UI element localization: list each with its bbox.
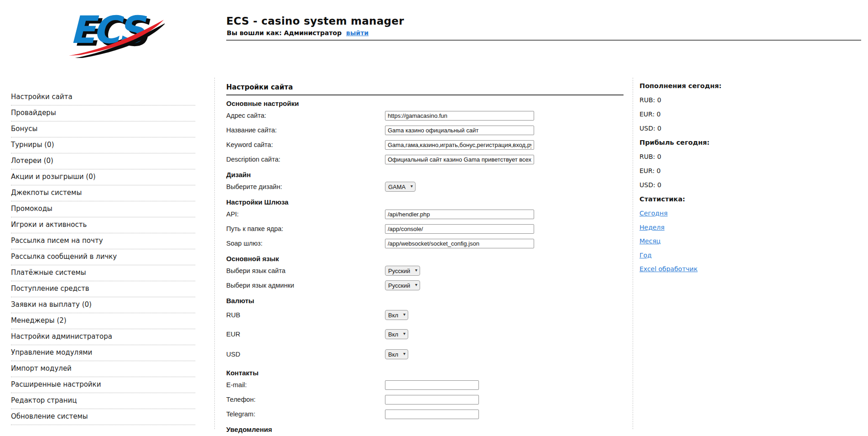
admin-language-select[interactable]: Русский [385, 280, 420, 290]
panel-heading: Настройки сайта [226, 83, 624, 91]
sidebar-item[interactable]: Бонусы [11, 121, 195, 137]
api-row: API: [226, 207, 624, 221]
stats-link-row: Год [639, 252, 785, 266]
sidebar-item[interactable]: Рассылка писем на почту [11, 233, 195, 249]
page-title: ECS - casino system manager [226, 15, 404, 27]
statistics-title: Статистика: [639, 195, 785, 210]
field-label: RUB [226, 311, 385, 319]
design-select[interactable]: GAMA [385, 182, 416, 192]
currency-amount: USD: 0 [639, 125, 785, 139]
sidebar-item[interactable]: Турниры (0) [11, 137, 195, 153]
site-keywords-row: Keyword сайта: [226, 137, 624, 152]
section-currencies: Валюты [226, 297, 624, 305]
email-row: E-mail: [226, 378, 624, 392]
core-path-input[interactable] [385, 224, 534, 234]
currency-amount: EUR: 0 [639, 110, 785, 125]
site-lang-row: Выбери язык сайта Русский ▾ [226, 263, 624, 278]
main-menu-list: Настройки сайта Провайдеры Бонусы Турнир… [11, 89, 195, 425]
login-status-text: Вы вошли как: Администратор [227, 29, 342, 37]
profit-today-title: Прибыль сегодня: [639, 139, 785, 153]
site-keywords-input[interactable] [385, 140, 534, 150]
section-contacts: Контакты [226, 369, 624, 378]
panel-divider [226, 95, 624, 95]
core-path-row: Путь к папке ядра: [226, 221, 624, 236]
sidebar-item[interactable]: Поступление средств [11, 281, 195, 297]
field-label: Telegram: [226, 410, 385, 418]
svg-text:ECS: ECS [70, 8, 147, 52]
design-row: Выберите дизайн: GAMA ▾ [226, 179, 624, 194]
sidebar-item[interactable]: Менеджеры (2) [11, 313, 195, 329]
stats-link[interactable]: Excel обработчик [639, 265, 697, 273]
deposit-notify-row: При пополнение счета: [226, 434, 624, 436]
email-input[interactable] [385, 380, 479, 390]
header-divider [226, 40, 861, 41]
main-menu: Настройки сайта Провайдеры Бонусы Турнир… [11, 89, 195, 425]
site-name-input[interactable] [385, 126, 534, 135]
eur-toggle-select[interactable]: Вкл [385, 329, 408, 339]
field-label: Soap шлюз: [226, 240, 385, 247]
field-label: EUR [226, 331, 385, 338]
eur-row: EUR Вкл ▾ [226, 325, 624, 344]
soap-input[interactable] [385, 239, 534, 248]
sidebar-item[interactable]: Рассылка сообщений в личку [11, 249, 195, 265]
sidebar-item[interactable]: Импорт модулей [11, 361, 195, 377]
soap-row: Soap шлюз: [226, 236, 624, 251]
sidebar-item[interactable]: Джекпоты системы [11, 185, 195, 201]
section-language: Основной язык [226, 255, 624, 263]
sidebar-item[interactable]: Обновление системы [11, 409, 195, 425]
stats-sidebar: Пополнения сегодня: RUB: 0EUR: 0USD: 0 П… [639, 82, 785, 279]
telegram-input[interactable] [385, 410, 479, 419]
sidebar-item[interactable]: Платёжные системы [11, 265, 195, 281]
section-notifications: Уведомления [226, 425, 624, 434]
currency-amount: EUR: 0 [639, 167, 785, 181]
sidebar-item[interactable]: Заявки на выплату (0) [11, 297, 195, 313]
stats-link-row: Excel обработчик [639, 265, 785, 279]
sidebar-item[interactable]: Промокоды [11, 201, 195, 217]
deposits-list: RUB: 0EUR: 0USD: 0 [639, 96, 785, 139]
stats-link-row: Сегодня [639, 210, 785, 224]
sidebar-item[interactable]: Лотереи (0) [11, 153, 195, 169]
sidebar-item[interactable]: Настройки администратора [11, 329, 195, 345]
sidebar-item[interactable]: Настройки сайта [11, 89, 195, 105]
sidebar-item[interactable]: Управление модулями [11, 345, 195, 361]
sidebar-item[interactable]: Расширенные настройки [11, 377, 195, 393]
stats-link-row: Неделя [639, 224, 785, 238]
site-settings-panel: Настройки сайта Основные настройки Адрес… [214, 78, 633, 429]
sidebar-item[interactable]: Игроки и активность [11, 217, 195, 233]
stats-link[interactable]: Месяц [639, 237, 660, 245]
field-label: E-mail: [226, 381, 385, 389]
site-description-input[interactable] [385, 155, 534, 164]
field-label: Выбери язык сайта [226, 267, 385, 274]
site-description-row: Description сайта: [226, 152, 624, 167]
stats-link[interactable]: Неделя [639, 224, 665, 231]
currency-amount: RUB: 0 [639, 153, 785, 167]
sidebar-item[interactable]: Провайдеры [11, 105, 195, 121]
stats-link[interactable]: Сегодня [639, 210, 668, 217]
login-status: Вы вошли как: Администратор выйти [227, 29, 369, 37]
site-language-select[interactable]: Русский [385, 266, 420, 276]
phone-input[interactable] [385, 395, 479, 404]
section-design: Дизайн [226, 171, 624, 179]
sidebar-item[interactable]: Редактор страниц [11, 393, 195, 409]
field-label: Keyword сайта: [226, 141, 385, 148]
usd-toggle-select[interactable]: Вкл [385, 349, 408, 359]
site-name-row: Название сайта: [226, 123, 624, 137]
usd-row: USD Вкл ▾ [226, 344, 624, 365]
phone-row: Телефон: [226, 392, 624, 407]
deposits-today-title: Пополнения сегодня: [639, 82, 785, 96]
statistics-links: Сегодня Неделя Месяц Год Excel обработчи… [639, 210, 785, 279]
profit-list: RUB: 0EUR: 0USD: 0 [639, 153, 785, 195]
ecs-logo-graphic: ECS ECS [62, 5, 165, 58]
site-url-row: Адрес сайта: [226, 108, 624, 123]
sidebar-item[interactable]: Акции и розыгрыши (0) [11, 169, 195, 185]
logout-link[interactable]: выйти [346, 29, 369, 37]
currency-amount: USD: 0 [639, 181, 785, 195]
admin-lang-row: Выбери язык админки Русский ▾ [226, 278, 624, 293]
rub-toggle-select[interactable]: Вкл [385, 310, 408, 320]
stats-link[interactable]: Год [639, 252, 652, 259]
currency-amount: RUB: 0 [639, 96, 785, 110]
api-input[interactable] [385, 210, 534, 219]
field-label: Выберите дизайн: [226, 183, 385, 190]
site-url-input[interactable] [385, 111, 534, 121]
stats-link-row: Месяц [639, 237, 785, 252]
